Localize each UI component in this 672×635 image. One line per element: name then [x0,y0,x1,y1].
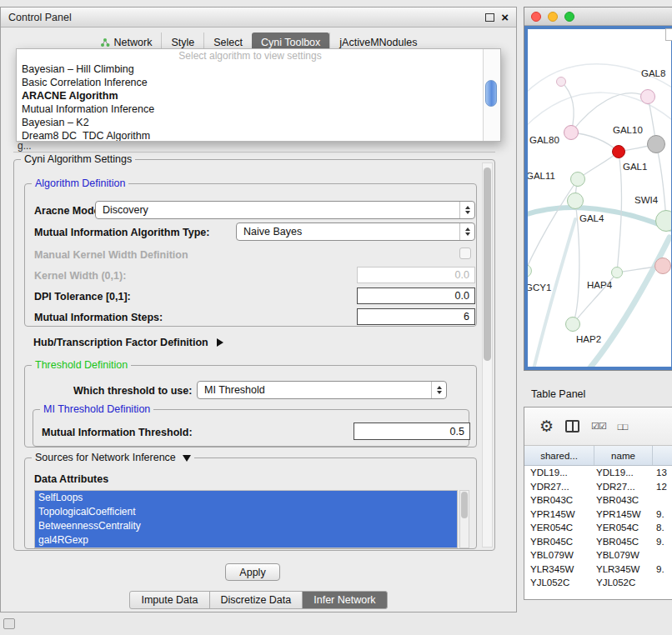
table-cell: YDR27... [594,482,653,492]
algorithm-definition-group: Algorithm Definition Aracne Mode: Discov… [24,183,477,327]
table-row[interactable]: YBL079WYBL079W [524,548,672,562]
gear-icon[interactable]: ⚙ [539,418,554,434]
aracne-mode-select[interactable]: Discovery [95,201,475,219]
network-node-swi4[interactable] [655,210,672,232]
table-cell: YDL19... [524,468,594,478]
table-row[interactable]: YBR043CYBR043C [524,493,672,508]
algorithm-dropdown-list: Bayesian – Hill ClimbingBasic Correlatio… [17,62,484,141]
network-node-label: HAP2 [576,334,601,344]
network-node-label: GAL4 [579,213,604,223]
table-cell: 8. [653,522,672,532]
close-icon[interactable]: × [501,11,509,23]
column-header-name[interactable]: name [594,446,653,465]
tab-impute-data[interactable]: Impute Data [129,591,209,609]
bottom-tabs: Impute Data Discretize Data Infer Networ… [1,591,516,609]
control-panel-title: Control Panel [8,12,72,23]
table-cell: YLR345W [594,564,653,574]
network-view-window: GAL8GAL80GAL10GAL1GAL11SWI4GAL4GCY1HAP4H… [524,7,672,371]
mi-steps-label: Mutual Information Steps: [34,312,163,323]
network-node-gal8[interactable] [640,89,655,104]
algorithm-option[interactable]: Bayesian – Hill Climbing [17,62,484,76]
minimize-traffic-light[interactable] [548,12,558,22]
deselect-all-checkboxes-icon[interactable]: □□ [618,422,627,432]
table-row[interactable]: YER054CYER054C8. [524,521,672,535]
table-cell: 9. [653,537,672,547]
attribute-list-item[interactable]: BetweennessCentrality [35,519,457,533]
stepper-icon[interactable] [459,223,474,240]
algorithm-option[interactable]: ARACNE Algorithm [17,89,484,102]
table-row[interactable]: YPR145WYPR145W9. [524,508,672,522]
dpi-tolerance-input[interactable]: 0.0 [357,288,475,304]
attributes-scrollbar[interactable] [459,490,469,548]
dropdown-scrollbar[interactable] [483,49,500,141]
settings-scrollbar-thumb[interactable] [484,168,491,361]
table-cell: YPR145W [524,509,594,519]
which-threshold-select[interactable]: MI Threshold [197,381,447,399]
attribute-list-item[interactable]: gal4RGexp [35,533,457,548]
mi-algorithm-type-select[interactable]: Naive Bayes [236,222,475,241]
dropdown-scrollbar-thumb[interactable] [485,80,497,107]
mi-steps-input[interactable]: 6 [357,308,475,325]
table-row[interactable]: YJL052CYJL052C [524,576,672,590]
collapsed-panel-icon[interactable] [3,618,15,629]
attributes-scrollbar-thumb[interactable] [461,492,468,518]
stepper-icon[interactable] [459,202,474,218]
column-header-extra[interactable] [653,446,672,465]
hub-section-toggle[interactable]: Hub/Transcription Factor Definition [33,337,223,348]
network-node-hap2[interactable] [565,317,580,332]
tab-discretize-data[interactable]: Discretize Data [209,591,303,609]
table-cell: YER054C [524,522,594,532]
network-node-gal4[interactable] [567,192,584,209]
attribute-list-item[interactable]: SelfLoops [35,491,457,505]
table-panel-window: ⚙ ☑☑ □□ shared... name YDL19...YDL19...1… [524,407,672,600]
table-row[interactable]: YDL19...YDL19...13 [524,466,672,480]
which-threshold-label: Which threshold to use: [73,385,192,397]
table-row[interactable]: YBR045CYBR045C9. [524,535,672,549]
close-traffic-light[interactable] [531,12,541,22]
network-stage[interactable]: GAL8GAL80GAL10GAL1GAL11SWI4GAL4GCY1HAP4H… [524,26,672,370]
algorithm-option[interactable]: Dream8 DC_TDC Algorithm [17,129,484,141]
float-window-icon[interactable] [485,13,494,22]
select-all-checkboxes-icon[interactable]: ☑☑ [591,421,606,432]
mi-threshold-definition-group: MI Threshold Definition Mutual Informati… [33,409,469,447]
column-header-shared-name[interactable]: shared... [524,446,594,465]
network-node-label: SWI4 [634,195,658,205]
network-node-gal10[interactable] [612,145,625,158]
threshold-definition-group: Threshold Definition Which threshold to … [24,365,477,448]
algorithm-option[interactable]: Bayesian – K2 [17,116,484,129]
algorithm-option[interactable]: Mutual Information Inference [17,102,484,116]
table-cell: YBL079W [594,550,653,560]
table-cell: YJL052C [524,578,594,588]
table-cell: 9. [653,564,672,574]
attribute-list-item[interactable]: TopologicalCoefficient [35,505,457,519]
table-header: shared... name [524,446,672,466]
network-node-unlabeled-1[interactable] [556,77,566,87]
network-node-label: GCY1 [525,282,551,292]
sources-group-toggle[interactable]: Sources for Network Inference [32,452,194,463]
apply-button[interactable]: Apply [225,563,280,581]
zoom-traffic-light[interactable] [564,12,574,22]
table-row[interactable]: YLR345WYLR345W9. [524,562,672,577]
mi-threshold-input[interactable]: 0.5 [354,422,470,440]
network-node-label: GAL8 [641,68,665,78]
algorithm-definition-title: Algorithm Definition [32,178,128,189]
network-scrollbar-stub[interactable] [665,28,672,41]
columns-icon[interactable] [565,420,579,432]
table-cell: YDL19... [594,468,653,478]
stepper-icon[interactable] [431,382,446,398]
network-node-gal11[interactable] [570,172,585,187]
network-icon [100,38,110,48]
algorithm-option[interactable]: Basic Correlation Inference [17,76,484,89]
manual-kernel-checkbox[interactable] [459,248,471,259]
network-node-gal80[interactable] [564,125,579,140]
network-node-hap4[interactable] [611,267,623,278]
data-attributes-list: SelfLoopsTopologicalCoefficientBetweenne… [34,490,458,548]
kernel-width-input[interactable]: 0.0 [357,267,475,283]
network-node-unlabeled-10[interactable] [654,258,671,274]
tab-infer-network[interactable]: Infer Network [302,591,387,609]
settings-scrollbar[interactable] [482,162,493,548]
aracne-mode-label: Aracne Mode: [34,205,103,217]
network-node-gal1[interactable] [647,135,665,153]
table-row[interactable]: YDR27...YDR27...12 [524,480,672,494]
mi-threshold-definition-title: MI Threshold Definition [40,403,153,415]
